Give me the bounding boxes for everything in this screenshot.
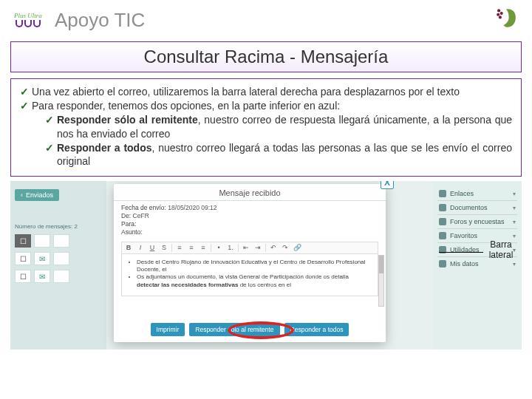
check-icon: ✓ — [20, 99, 29, 113]
message-count: Número de mensajes: 2 — [15, 223, 102, 230]
section-title: Consultar Racima - Mensajería — [10, 41, 522, 72]
mail-icon: ✉ — [34, 252, 50, 265]
undo-icon[interactable]: ↶ — [269, 244, 278, 252]
instruction-line: Una vez abierto el correo, utilizaremos … — [32, 85, 460, 99]
checkbox-cell[interactable]: ☐ — [15, 270, 31, 283]
chevron-down-icon: ▾ — [513, 233, 516, 239]
chevron-down-icon: ▾ — [513, 219, 516, 225]
close-button[interactable]: X — [381, 181, 394, 189]
redo-icon[interactable]: ↷ — [281, 244, 290, 252]
indent-icon[interactable]: ⇥ — [253, 244, 262, 252]
editor-line: Os adjuntamos un documento, la vista Gen… — [137, 273, 372, 289]
annotation-label: Barra lateral — [480, 240, 522, 259]
mail-icon: ✉ — [34, 270, 50, 283]
reply-bar: Imprimir Responder sólo al remitente Res… — [114, 323, 386, 336]
svg-point-1 — [500, 12, 503, 15]
instructions-box: ✓ Una vez abierto el correo, utilizaremo… — [10, 78, 522, 177]
table-row: ☐ ✉ — [15, 252, 102, 265]
embedded-screenshot: ‹ Enviados Número de mensajes: 2 ☐ ☐ ✉ ☐… — [10, 181, 522, 349]
left-sidebar: ‹ Enviados Número de mensajes: 2 ☐ ☐ ✉ ☐… — [15, 187, 102, 283]
svg-point-2 — [497, 13, 499, 16]
back-button[interactable]: ‹ Enviados — [15, 189, 59, 201]
bold-text: Responder sólo al remitente — [57, 114, 198, 126]
list-number-icon[interactable]: 1. — [226, 244, 235, 252]
chevron-down-icon: ▾ — [513, 191, 516, 197]
modal-title: Mensaje recibido — [114, 184, 386, 201]
link-icon — [439, 190, 446, 197]
page-title: Apoyo TIC — [55, 9, 482, 32]
message-body[interactable]: Desde el Centro Riojano de Innovación Ed… — [121, 253, 378, 296]
logo-plus-ultra: Plus Ultra — [10, 6, 46, 34]
chevron-down-icon: ▾ — [513, 205, 516, 211]
modal-meta: Fecha de envío: 18/05/2020 09:12 De: CeF… — [114, 201, 386, 239]
close-icon: X — [384, 181, 390, 188]
table-row: ☐ ✉ — [15, 270, 102, 283]
sidebar-item[interactable]: Enlaces▾ — [437, 187, 517, 200]
slide-header: Plus Ultra Apoyo TIC — [0, 0, 532, 38]
link-icon[interactable]: 🔗 — [293, 244, 301, 252]
document-icon — [439, 204, 446, 211]
scrollbar-thumb[interactable] — [379, 256, 383, 273]
chevron-left-icon: ‹ — [21, 191, 23, 199]
strike-icon[interactable]: S — [160, 244, 168, 252]
scrollbar-track[interactable] — [378, 255, 384, 307]
table-cell — [53, 252, 69, 265]
sidebar-item[interactable]: Foros y encuestas▾ — [437, 214, 517, 228]
check-icon: ✓ — [45, 113, 54, 141]
italic-icon[interactable]: I — [136, 244, 145, 252]
star-icon — [439, 232, 446, 239]
print-button[interactable]: Imprimir — [151, 323, 185, 336]
table-cell — [34, 234, 50, 248]
grape-leaf-icon — [492, 7, 520, 33]
instruction-subline: Responder a todos, nuestro correo llegar… — [57, 141, 512, 169]
underline-icon[interactable]: U — [148, 244, 157, 252]
bold-text: Responder a todos — [57, 142, 152, 154]
bold-icon[interactable]: B — [124, 244, 133, 252]
instruction-subline: Responder sólo al remitente, nuestro cor… — [57, 113, 512, 141]
annotation-line — [439, 252, 483, 253]
check-icon: ✓ — [20, 85, 29, 99]
logo-plus-ultra-text: Plus Ultra — [14, 13, 42, 18]
editor-line: Desde el Centro Riojano de Innovación Ed… — [137, 259, 372, 274]
back-button-label: Enviados — [26, 191, 53, 199]
user-icon — [439, 260, 446, 267]
align-center-icon[interactable]: ≡ — [187, 244, 196, 252]
align-right-icon[interactable]: ≡ — [199, 244, 208, 252]
instruction-line: Para responder, tenemos dos opciones, en… — [32, 99, 340, 113]
outdent-icon[interactable]: ⇤ — [242, 244, 250, 252]
list-bullet-icon[interactable]: • — [214, 244, 223, 252]
reply-all-button[interactable]: Responder a todos — [284, 323, 349, 336]
table-row: ☐ — [15, 234, 102, 248]
logo-racima — [491, 6, 522, 34]
message-modal: X Mensaje recibido Fecha de envío: 18/05… — [114, 184, 386, 342]
table-cell — [53, 270, 69, 283]
align-left-icon[interactable]: ≡ — [175, 244, 184, 252]
reply-sender-button[interactable]: Responder sólo al remitente — [189, 323, 279, 336]
logo-scrolls-icon — [16, 20, 41, 27]
svg-point-3 — [499, 16, 502, 18]
checkbox-cell[interactable]: ☐ — [15, 252, 31, 265]
table-cell — [53, 234, 69, 248]
check-icon: ✓ — [45, 141, 54, 169]
chevron-down-icon: ▾ — [513, 261, 516, 267]
svg-point-0 — [497, 9, 500, 12]
sidebar-item[interactable]: Documentos▾ — [437, 200, 517, 214]
checkbox-cell[interactable]: ☐ — [15, 234, 31, 248]
editor-toolbar: B I U S ≡ ≡ ≡ • 1. ⇤ ⇥ ↶ ↷ 🔗 — [121, 242, 378, 253]
forum-icon — [439, 218, 446, 225]
